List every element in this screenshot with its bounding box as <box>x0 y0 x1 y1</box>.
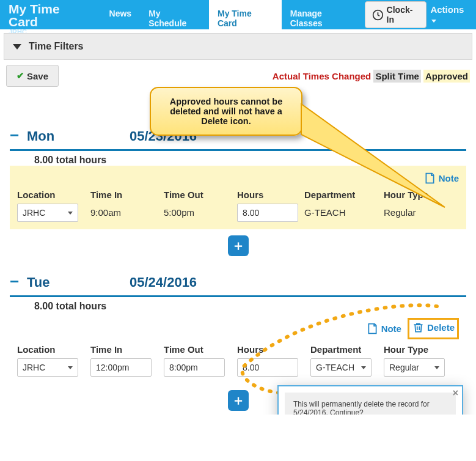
plus-icon: ＋ <box>232 391 245 410</box>
tab-my-schedule[interactable]: My Schedule <box>140 0 209 29</box>
time-entry: Note Location Time In Time Out Hours Dep… <box>10 166 466 229</box>
tab-manage-classes[interactable]: Manage Classes <box>282 0 365 29</box>
col-hourtype: Hour Type <box>384 190 457 200</box>
dialog-message: This will permanently delete the record … <box>285 393 456 415</box>
delete-label: Delete <box>427 322 455 333</box>
delete-button[interactable]: Delete <box>412 321 455 334</box>
hours-input[interactable]: 8.00 <box>237 358 298 377</box>
delete-highlight: Delete <box>408 318 459 339</box>
tab-news[interactable]: News <box>101 0 141 29</box>
col-timeout: Time Out <box>164 190 237 200</box>
clock-in-label: Clock-In <box>387 5 420 24</box>
location-select[interactable]: JRHC <box>17 204 78 222</box>
location-select[interactable]: JRHC <box>17 358 78 377</box>
col-hours: Hours <box>237 344 310 355</box>
callout-text: Approved hours cannot be deleted and wil… <box>170 97 283 126</box>
actions-menu[interactable]: Actions <box>430 4 470 25</box>
time-entry: Note Delete Location Time In Time Out Ho… <box>10 312 466 384</box>
col-timeout: Time Out <box>164 344 237 355</box>
save-label: Save <box>27 71 48 81</box>
chevron-down-icon <box>431 20 436 23</box>
clock-in-button[interactable]: Clock-In <box>365 1 427 28</box>
legend: Actual Times Changed Split Time Approved <box>273 71 470 81</box>
top-nav: My Time Card JRHC News My Schedule My Ti… <box>0 0 476 29</box>
col-hours: Hours <box>237 190 304 200</box>
toolbar: ✔ Save Actual Times Changed Split Time A… <box>4 60 472 90</box>
hourtype-select[interactable]: Regular <box>384 358 445 377</box>
chevron-down-icon <box>361 366 366 369</box>
note-button[interactable]: Note <box>423 172 459 185</box>
col-timein: Time In <box>90 344 164 355</box>
collapse-toggle[interactable]: − <box>10 131 22 139</box>
legend-actual: Actual Times Changed <box>273 71 371 81</box>
legend-split: Split Time <box>373 70 420 83</box>
note-label: Note <box>381 323 401 334</box>
note-icon <box>423 172 436 185</box>
department-select[interactable]: G-TEACH <box>310 358 372 377</box>
col-location: Location <box>17 190 90 200</box>
time-filters-toggle[interactable]: Time Filters <box>4 33 472 60</box>
col-department: Department <box>310 344 384 355</box>
note-button[interactable]: Note <box>366 322 401 335</box>
day-total: 8.00 total hours <box>34 301 466 312</box>
clock-icon <box>372 9 384 21</box>
chevron-down-icon <box>13 44 21 50</box>
note-icon <box>366 322 379 335</box>
hours-input[interactable]: 8.00 <box>237 204 298 222</box>
day-name: Mon <box>27 128 125 144</box>
collapse-toggle[interactable]: − <box>10 278 22 286</box>
add-entry-button[interactable]: ＋ <box>228 235 249 256</box>
timeout-value: 5:00pm <box>164 204 237 222</box>
col-location: Location <box>17 344 90 355</box>
hourtype-value: Regular <box>384 204 457 222</box>
actions-label: Actions <box>430 4 464 15</box>
dialog-close-button[interactable]: × <box>453 388 458 399</box>
confirm-dialog: × This will permanently delete the recor… <box>277 385 463 415</box>
nav-tabs: News My Schedule My Time Card Manage Cla… <box>101 0 365 29</box>
add-entry-button[interactable]: ＋ <box>228 390 249 411</box>
brand-title: My Time Card <box>9 2 92 28</box>
day-date: 05/24/2016 <box>130 275 197 290</box>
day-total: 8.00 total hours <box>34 155 466 166</box>
day-name: Tue <box>27 275 125 290</box>
chevron-down-icon <box>68 212 73 215</box>
col-hourtype: Hour Type <box>384 344 457 355</box>
timein-input[interactable]: 12:00pm <box>90 358 152 377</box>
chevron-down-icon <box>68 366 73 369</box>
legend-approved: Approved <box>423 70 470 83</box>
day-block: − Mon 05/23/2016 8.00 total hours Note L… <box>4 128 472 256</box>
save-button[interactable]: ✔ Save <box>6 65 59 87</box>
chevron-down-icon <box>434 366 439 369</box>
timeout-input[interactable]: 8:00pm <box>164 358 225 377</box>
tab-my-time-card[interactable]: My Time Card <box>209 0 282 29</box>
note-label: Note <box>439 173 459 183</box>
timein-value: 9:00am <box>90 204 164 222</box>
check-icon: ✔ <box>16 70 24 81</box>
col-department: Department <box>304 190 384 200</box>
callout-annotation: Approved hours cannot be deleted and wil… <box>150 87 302 136</box>
time-filters-label: Time Filters <box>29 41 84 52</box>
trash-icon <box>412 321 425 334</box>
col-timein: Time In <box>90 190 164 200</box>
plus-icon: ＋ <box>232 237 245 255</box>
department-value: G-TEACH <box>304 204 384 222</box>
